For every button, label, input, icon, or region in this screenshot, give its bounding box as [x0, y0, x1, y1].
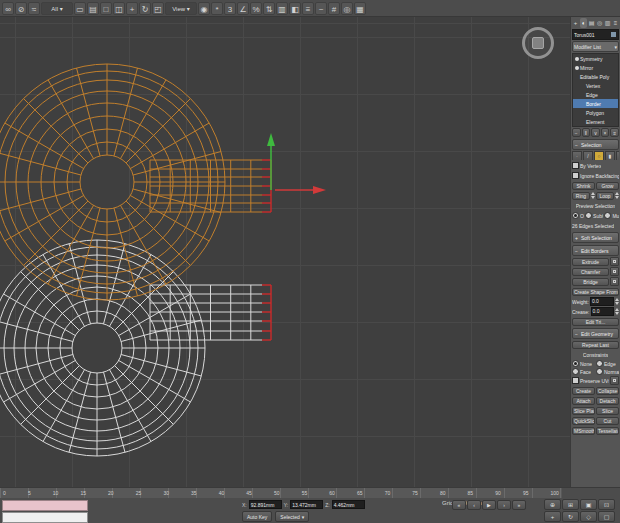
maximize-viewport-toggle-icon[interactable]: ▢ — [598, 511, 615, 522]
shrink-button[interactable]: Shrink — [572, 182, 595, 190]
edit-geometry-button-left[interactable]: Attach — [572, 397, 595, 405]
rollout-edit-borders-header[interactable]: − Edit Borders — [572, 245, 619, 256]
use-pivot-point-icon[interactable]: ◉ — [198, 2, 210, 15]
spinner-snap-icon[interactable]: ⇅ — [263, 2, 275, 15]
repeat-last-button[interactable]: Repeat Last — [572, 341, 619, 349]
play-icon[interactable]: ▶ — [482, 500, 496, 510]
constraint-radio[interactable] — [572, 360, 579, 367]
object-name-field[interactable]: Torus001 — [572, 29, 619, 40]
pan-view-icon[interactable]: + — [544, 511, 561, 522]
ignore-backfacing-checkbox[interactable] — [572, 172, 579, 179]
coordinate-value-field[interactable]: 13.472mm — [290, 500, 323, 509]
constraint-option[interactable]: Normal — [596, 368, 619, 375]
hierarchy-tab[interactable]: ▤ — [588, 18, 595, 28]
settings-box-icon[interactable] — [610, 376, 619, 385]
material-editor-icon[interactable]: ◎ — [341, 2, 353, 15]
modifier-stack-item[interactable]: Edge — [573, 90, 618, 99]
select-and-manipulate-icon[interactable]: * — [211, 2, 223, 15]
next-frame-icon[interactable]: › — [497, 500, 511, 510]
ring-spinner[interactable] — [591, 192, 595, 200]
constraint-radio[interactable] — [596, 368, 603, 375]
curve-editor-icon[interactable]: ~ — [315, 2, 327, 15]
polygon-subobject-icon[interactable]: ▮ — [605, 151, 615, 160]
rectangular-selection-region-icon[interactable]: □ — [100, 2, 112, 15]
viewport[interactable] — [0, 17, 570, 487]
edge-subobject-icon[interactable]: / — [583, 151, 593, 160]
go-to-end-icon[interactable]: » — [512, 500, 526, 510]
weight-spinner[interactable] — [615, 298, 619, 306]
edit-geometry-button-right[interactable]: Collapse — [596, 387, 619, 395]
zoom-extents-icon[interactable]: ▣ — [580, 499, 597, 510]
settings-box-icon[interactable] — [610, 267, 619, 276]
preview-mode-radio[interactable] — [585, 212, 592, 219]
modifier-stack-item[interactable]: Vertex — [573, 81, 618, 90]
preview-mode-radio[interactable] — [604, 212, 611, 219]
select-and-scale-icon[interactable]: ◰ — [152, 2, 164, 15]
settings-box-icon[interactable] — [610, 257, 619, 266]
edit-geometry-button-left[interactable]: QuickSlice — [572, 417, 595, 425]
edit-geometry-button-left[interactable]: Slice Plane — [572, 407, 595, 415]
mirror-icon[interactable]: ◧ — [289, 2, 301, 15]
crease-spinner[interactable] — [615, 308, 619, 316]
bind-to-space-warp-icon[interactable]: ≈ — [28, 2, 40, 15]
select-by-name-icon[interactable]: ▤ — [87, 2, 99, 15]
edit-triangulation-button[interactable]: Edit Tri... — [572, 318, 619, 326]
element-subobject-icon[interactable]: ■ — [616, 151, 619, 160]
selection-filter-dropdown[interactable]: All ▾ — [41, 2, 73, 15]
remove-modifier-button[interactable]: × — [601, 128, 610, 137]
coordinate-value-field[interactable]: 4.462mm — [332, 500, 365, 509]
auto-key-button[interactable]: Auto Key — [242, 511, 272, 522]
preserve-uvs-checkbox[interactable] — [572, 377, 579, 384]
grow-button[interactable]: Grow — [596, 182, 619, 190]
modifier-bulb-icon[interactable] — [575, 57, 579, 61]
zoom-icon[interactable]: ⊕ — [544, 499, 561, 510]
utilities-tab[interactable]: ≡ — [612, 18, 619, 28]
select-object-icon[interactable]: ▭ — [74, 2, 86, 15]
preview-mode-radio[interactable] — [572, 212, 579, 219]
field-of-view-icon[interactable]: ◇ — [580, 511, 597, 522]
edit-geometry-button-right[interactable]: Detach — [596, 397, 619, 405]
edit-borders-button[interactable]: Bridge — [572, 278, 609, 286]
object-color-swatch[interactable] — [610, 31, 617, 38]
edit-geometry-button-left[interactable]: Create — [572, 387, 595, 395]
percent-snap-icon[interactable]: % — [250, 2, 262, 15]
modifier-stack-item[interactable]: Element — [573, 117, 618, 126]
select-and-rotate-icon[interactable]: ↻ — [139, 2, 151, 15]
maxscript-mini-listener[interactable] — [2, 500, 88, 523]
align-icon[interactable]: ≡ — [302, 2, 314, 15]
ring-button[interactable]: Ring — [572, 192, 590, 200]
orbit-icon[interactable]: ↻ — [562, 511, 579, 522]
edit-geometry-button-right[interactable]: Tessellate — [596, 427, 619, 435]
constraint-radio[interactable] — [572, 368, 579, 375]
constraint-option[interactable]: Face — [572, 368, 595, 375]
loop-button[interactable]: Loop — [596, 192, 614, 200]
modifier-stack-item[interactable]: Polygon — [573, 108, 618, 117]
border-subobject-icon[interactable]: ○ — [594, 151, 604, 160]
vertex-subobject-icon[interactable]: ∙ — [572, 151, 582, 160]
transform-gizmo[interactable] — [267, 133, 326, 194]
edit-geometry-button-left[interactable]: MSmooth — [572, 427, 595, 435]
schematic-view-icon[interactable]: # — [328, 2, 340, 15]
by-vertex-checkbox[interactable] — [572, 162, 579, 169]
constraint-option[interactable]: Edge — [596, 360, 619, 367]
go-to-start-icon[interactable]: « — [452, 500, 466, 510]
snaps-toggle-icon[interactable]: 3 — [224, 2, 236, 15]
maxscript-listener-macro-line[interactable] — [2, 500, 88, 511]
display-tab[interactable]: ▥ — [604, 18, 611, 28]
crease-field[interactable]: 0.0 — [591, 307, 614, 316]
selection-set-dropdown[interactable]: Selected ▾ — [275, 511, 309, 522]
edit-geometry-button-right[interactable]: Cut — [596, 417, 619, 425]
modifier-stack-item[interactable]: Border — [573, 99, 618, 108]
configure-modifier-sets-button[interactable]: ≡ — [610, 128, 619, 137]
coordinate-value-field[interactable]: 92.891mm — [249, 500, 282, 509]
edit-borders-button[interactable]: Extrude — [572, 258, 609, 266]
modifier-list-dropdown[interactable]: Modifier List ▾ — [572, 41, 619, 52]
previous-frame-icon[interactable]: ‹ — [467, 500, 481, 510]
edit-borders-button[interactable]: Chamfer — [572, 268, 609, 276]
rollout-selection-header[interactable]: − Selection — [572, 139, 619, 150]
modifier-stack-item[interactable]: Mirror — [573, 63, 618, 72]
rollout-edit-geometry-header[interactable]: − Edit Geometry — [572, 328, 619, 339]
weight-field[interactable]: 0.0 — [590, 297, 614, 306]
settings-box-icon[interactable] — [610, 277, 619, 286]
constraint-radio[interactable] — [596, 360, 603, 367]
